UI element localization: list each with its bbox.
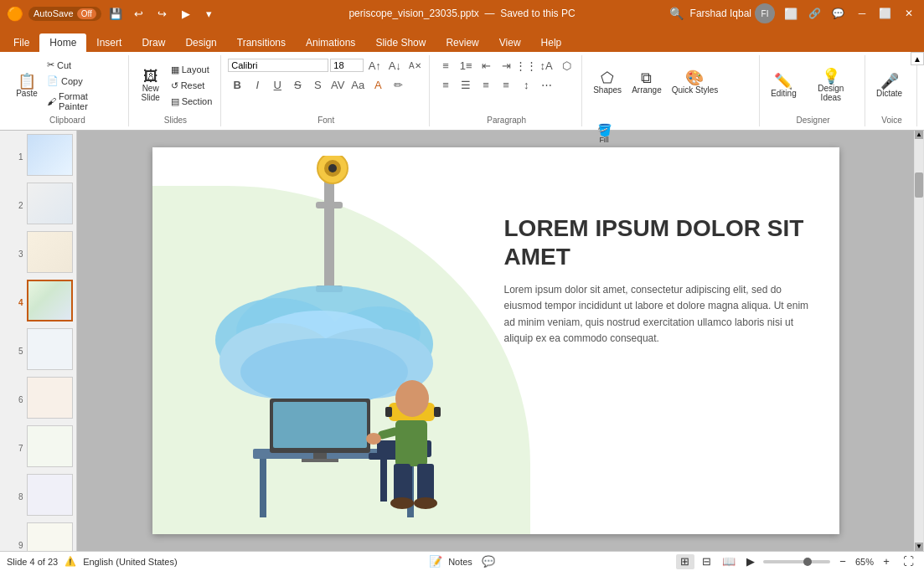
tab-animations[interactable]: Animations [296,33,365,52]
slide-item-9[interactable]: 9 [18,522,73,551]
minimize-button[interactable]: ─ [854,5,870,22]
search-icon[interactable]: 🔍 [669,7,684,20]
tab-view[interactable]: View [489,33,531,52]
section-button[interactable]: ▤ Section [168,95,216,109]
save-button[interactable]: 💾 [106,5,125,22]
italic-button[interactable]: I [248,76,266,93]
align-center-button[interactable]: ☰ [457,76,475,93]
tab-help[interactable]: Help [531,33,572,52]
shadow-button[interactable]: S [308,76,327,93]
slide-item-5[interactable]: 5 [18,328,73,373]
dictate-button[interactable]: 🎤 Dictate [872,60,906,111]
bold-button[interactable]: B [228,76,246,93]
clipboard-label: Clipboard [12,114,123,125]
user-area[interactable]: Farshad Iqbal FI [690,3,775,23]
paste-button[interactable]: 📋 Paste [12,60,42,111]
slide-item-4[interactable]: 4 [18,280,73,325]
change-case-button[interactable]: Aa [348,76,367,93]
slide-item-3[interactable]: 3 [18,231,73,276]
font-name-input[interactable] [228,59,328,72]
close-button[interactable]: ✕ [901,5,917,22]
numbering-button[interactable]: 1≡ [457,57,475,74]
autosave-toggle[interactable]: AutoSave Off [28,7,101,21]
text-direction-button[interactable]: ↕A [537,57,555,74]
reading-view-button[interactable]: 📖 [720,554,738,569]
char-spacing-button[interactable]: AV [328,76,347,93]
fit-slide-button[interactable]: ⛶ [899,554,917,569]
quick-styles-button[interactable]: 🎨 Quick Styles [668,57,723,107]
shapes-button[interactable]: ⬠ Shapes [589,57,626,107]
justify-button[interactable]: ≡ [497,76,515,93]
normal-view-button[interactable]: ⊞ [676,554,694,569]
slide-panel[interactable]: 1 2 3 4 [0,131,77,551]
present-button[interactable]: ▶ [177,5,195,22]
undo-button[interactable]: ↩ [130,5,148,22]
scroll-down-button[interactable]: ▼ [915,543,923,551]
zoom-out-button[interactable]: − [834,554,852,569]
title-bar: 🟠 AutoSave Off 💾 ↩ ↪ ▶ ▾ periscope_visio… [0,0,924,27]
new-slide-button[interactable]: 🖼 NewSlide [136,60,166,111]
tab-design[interactable]: Design [175,33,226,52]
ribbon-collapse-button[interactable]: ▲ [911,52,924,65]
vertical-scrollbar[interactable]: ▲ ▼ [914,131,924,551]
layout-button[interactable]: ▦ Layout [168,63,216,77]
slide-sorter-button[interactable]: ⊟ [698,554,716,569]
scroll-thumb[interactable] [915,172,923,198]
underline-button[interactable]: U [268,76,286,93]
cut-button[interactable]: ✂ Cut [44,58,123,72]
format-painter-button[interactable]: 🖌 Format Painter [44,90,123,113]
font-size-input[interactable] [330,59,364,72]
tab-transitions[interactable]: Transitions [227,33,296,52]
columns-button[interactable]: ⋮⋮ [517,57,535,74]
strikethrough-button[interactable]: S [288,76,307,93]
comments-status-button[interactable]: 💬 [479,554,498,569]
slide-item-6[interactable]: 6 [18,377,73,422]
slide-item-8[interactable]: 8 [18,474,73,519]
tab-insert[interactable]: Insert [86,33,132,52]
editing-button[interactable]: ✏️ Editing [767,60,801,111]
zoom-slider[interactable] [763,560,830,563]
tab-home[interactable]: Home [39,33,86,52]
tab-file[interactable]: File [3,33,39,52]
increase-indent-button[interactable]: ⇥ [497,57,515,74]
title-bar-right: 🔍 Farshad Iqbal FI ⬜ 🔗 💬 ─ ⬜ ✕ [614,3,917,23]
bullets-button[interactable]: ≡ [436,57,455,74]
align-left-button[interactable]: ≡ [436,76,455,93]
decrease-font-button[interactable]: A↓ [385,57,404,74]
autosave-label: AutoSave [34,8,74,18]
more-commands[interactable]: ▾ [200,5,219,22]
line-spacing-button[interactable]: ↕ [517,76,535,93]
restore-button[interactable]: ⬜ [877,5,894,22]
convert-smartart-button[interactable]: ⬡ [557,57,576,74]
more-paragraph-button[interactable]: ⋯ [537,76,555,93]
slide-canvas[interactable]: LOREM IPSUM DOLOR SIT AMET Lorem ipsum d… [152,147,839,534]
notes-button[interactable]: 📝 [426,554,445,569]
tab-draw[interactable]: Draw [132,33,175,52]
reset-button[interactable]: ↺ Reset [168,79,216,93]
increase-font-button[interactable]: A↑ [365,57,384,74]
autosave-state[interactable]: Off [77,8,96,19]
redo-button[interactable]: ↪ [153,5,172,22]
slide-item-7[interactable]: 7 [18,425,73,471]
zoom-in-button[interactable]: + [877,554,896,569]
slide-text-area[interactable]: LOREM IPSUM DOLOR SIT AMET Lorem ipsum d… [504,214,823,347]
comments-button[interactable]: 💬 [830,5,847,22]
design-ideas-button[interactable]: 💡 Design Ideas [803,60,859,111]
zoom-thumb[interactable] [803,558,812,566]
arrange-button[interactable]: ⧉ Arrange [627,57,666,107]
copy-button[interactable]: 📄 Copy [44,74,123,88]
slide-item-1[interactable]: 1 [18,134,73,179]
ribbon-display[interactable]: ⬜ [782,5,800,22]
scroll-up-button[interactable]: ▲ [915,131,923,139]
share-button[interactable]: 🔗 [807,5,823,22]
tab-slideshow[interactable]: Slide Show [365,33,436,52]
slide-item-2[interactable]: 2 [18,183,73,228]
highlight-button[interactable]: ✏ [389,76,407,93]
decrease-indent-button[interactable]: ⇤ [477,57,495,74]
clear-formatting-button[interactable]: A✕ [405,57,424,74]
slideshow-view-button[interactable]: ▶ [741,554,760,569]
tab-review[interactable]: Review [436,33,488,52]
font-color-button[interactable]: A [369,76,387,93]
align-right-button[interactable]: ≡ [477,76,495,93]
slide-illustration [169,156,488,524]
